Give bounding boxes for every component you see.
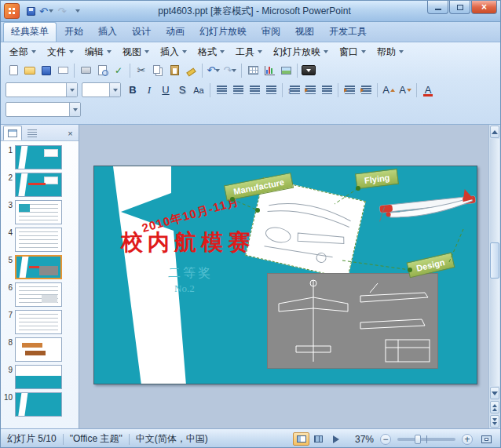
grow-font-button[interactable]: A — [381, 82, 397, 98]
line-spacing-button[interactable]: ↕ — [286, 82, 302, 98]
shrink-font-button[interactable]: A — [397, 82, 413, 98]
scroll-down-button[interactable] — [490, 387, 499, 399]
slide-thumbnail-10[interactable] — [15, 392, 62, 417]
bold-button[interactable]: B — [125, 82, 141, 98]
previous-slide-button[interactable] — [490, 401, 499, 413]
redo-button[interactable]: ↷ — [222, 63, 238, 78]
menu-slideshow[interactable]: 幻灯片放映 — [268, 43, 334, 61]
slide-image-plane[interactable] — [375, 182, 477, 234]
align-center-button[interactable] — [230, 82, 246, 98]
change-case-button[interactable]: Aa — [191, 82, 207, 98]
slide-thumbnail-6[interactable] — [15, 282, 62, 307]
increase-indent-button[interactable] — [358, 82, 374, 98]
menu-view[interactable]: 视图 — [117, 43, 155, 61]
underline-button[interactable]: U — [158, 82, 174, 98]
italic-button[interactable]: I — [141, 82, 157, 98]
slideshow-button[interactable] — [327, 432, 344, 446]
slide-thumbnail-2[interactable] — [15, 173, 62, 197]
tab-view[interactable]: 视图 — [288, 23, 321, 42]
language-indicator[interactable]: 中文(简体，中国) — [136, 432, 208, 446]
align-left-button[interactable] — [214, 82, 229, 98]
combo-dropdown-button[interactable] — [69, 103, 80, 116]
office-button[interactable] — [4, 3, 20, 19]
scrollbar-thumb[interactable] — [490, 242, 499, 279]
slide-thumbnail-7[interactable] — [15, 310, 62, 334]
slide-indicator[interactable]: 幻灯片 5/10 — [7, 432, 57, 446]
zoom-slider[interactable] — [397, 438, 455, 441]
slide-thumbnail-5-selected[interactable] — [15, 255, 62, 279]
scroll-up-button[interactable] — [490, 126, 499, 138]
align-right-button[interactable] — [247, 82, 262, 98]
slide-sorter-button[interactable] — [310, 432, 327, 446]
font-name-combo[interactable] — [5, 82, 78, 97]
slides-tab[interactable] — [3, 126, 22, 140]
qat-save-button[interactable] — [23, 4, 38, 18]
print-button[interactable] — [78, 63, 93, 78]
tab-design[interactable]: 设计 — [125, 23, 158, 42]
tab-review[interactable]: 审阅 — [254, 23, 287, 42]
font-size-combo[interactable] — [82, 82, 121, 97]
menu-file[interactable]: 文件 — [42, 43, 79, 61]
format-painter-button[interactable] — [183, 63, 199, 78]
menu-edit[interactable]: 编辑 — [79, 43, 117, 61]
tab-classic-menu[interactable]: 经典菜单 — [3, 22, 57, 42]
vertical-scrollbar[interactable] — [488, 125, 500, 428]
slide-canvas[interactable]: 2010年10月-11月 校内航模赛 二等奖 No.2 Manufacture … — [93, 166, 477, 384]
fit-to-window-button[interactable] — [479, 432, 494, 446]
qat-undo-button[interactable]: ↶ — [38, 4, 54, 18]
decrease-indent-button[interactable] — [342, 82, 357, 98]
theme-indicator[interactable]: "Office 主题" — [70, 432, 123, 446]
minimize-button[interactable] — [427, 1, 448, 14]
justify-button[interactable] — [263, 82, 279, 98]
close-button[interactable]: × — [471, 1, 497, 14]
menu-insert[interactable]: 插入 — [155, 43, 192, 61]
close-pane-button[interactable]: × — [64, 127, 76, 139]
print-preview-button[interactable] — [94, 63, 110, 78]
zoom-slider-thumb[interactable] — [415, 435, 421, 444]
zoom-level[interactable]: 37% — [350, 434, 374, 445]
font-color-button[interactable]: A — [420, 82, 436, 98]
zoom-out-button[interactable]: − — [380, 434, 391, 445]
slide-thumbnail-4[interactable] — [15, 228, 62, 252]
slide-award-text[interactable]: 二等奖 — [168, 265, 213, 282]
combo-dropdown-button[interactable] — [109, 83, 120, 97]
menu-format[interactable]: 格式 — [192, 43, 230, 61]
slide-number-text[interactable]: No.2 — [174, 282, 195, 295]
outline-tab[interactable] — [23, 126, 42, 140]
slide-thumbnail-9[interactable] — [15, 365, 62, 389]
slide-title-text[interactable]: 校内航模赛 — [121, 228, 254, 257]
insert-picture-button[interactable] — [278, 63, 294, 78]
new-document-button[interactable] — [5, 63, 21, 78]
paste-button[interactable] — [166, 63, 182, 78]
slide-image-blueprint[interactable] — [267, 273, 438, 369]
normal-view-button[interactable] — [293, 432, 309, 446]
copy-button[interactable] — [150, 63, 166, 78]
qat-redo-button[interactable]: ↷ — [54, 4, 70, 18]
menu-window[interactable]: 窗口 — [334, 43, 371, 61]
maximize-button[interactable] — [449, 1, 470, 14]
scrollbar-track[interactable] — [490, 139, 499, 386]
menu-help[interactable]: 帮助 — [371, 43, 409, 61]
editing-canvas[interactable]: 2010年10月-11月 校内航模赛 二等奖 No.2 Manufacture … — [79, 125, 488, 428]
slide-thumbnail-1[interactable] — [15, 145, 62, 169]
email-button[interactable] — [55, 63, 71, 78]
menu-all[interactable]: 全部 — [4, 43, 42, 61]
tab-home[interactable]: 开始 — [57, 23, 90, 42]
combo-dropdown-button[interactable] — [66, 83, 77, 97]
cut-button[interactable]: ✂ — [133, 63, 149, 78]
numbered-list-button[interactable] — [302, 82, 318, 98]
next-slide-button[interactable] — [490, 415, 499, 428]
insert-chart-button[interactable] — [261, 63, 277, 78]
qat-customize-button[interactable] — [70, 4, 86, 18]
tab-animation[interactable]: 动画 — [159, 23, 192, 42]
tab-developer[interactable]: 开发工具 — [322, 23, 374, 42]
menu-tools[interactable]: 工具 — [230, 43, 268, 61]
text-shadow-button[interactable]: S — [174, 82, 190, 98]
more-tools-button[interactable] — [301, 63, 316, 78]
slide-thumbnail-3[interactable] — [15, 200, 62, 224]
style-combo[interactable] — [5, 102, 81, 117]
save-button[interactable] — [38, 63, 54, 78]
tab-insert[interactable]: 插入 — [91, 23, 124, 42]
open-button[interactable] — [22, 63, 38, 78]
bullet-list-button[interactable] — [319, 82, 335, 98]
